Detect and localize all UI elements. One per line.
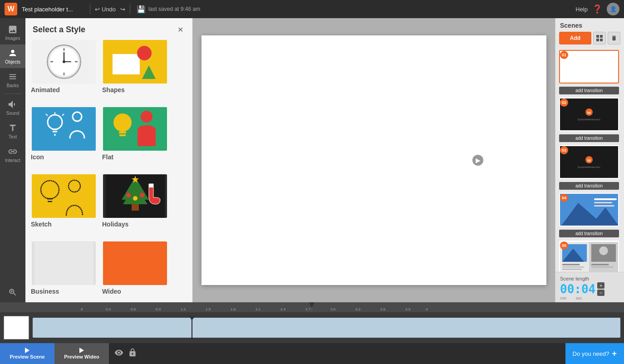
svg-rect-48 <box>600 39 603 41</box>
sidebar-item-backs[interactable]: Backs <box>0 68 25 92</box>
canvas[interactable] <box>201 35 546 285</box>
style-card-sketch[interactable]: Sketch <box>31 173 97 231</box>
preview-scene-button[interactable]: Preview Scene <box>0 343 54 364</box>
sec-label: sec <box>576 296 582 300</box>
scene2-svg: W @yourtwitteraccount <box>578 108 600 121</box>
sidebar-item-text[interactable]: Text <box>0 119 25 143</box>
lock-button[interactable] <box>128 348 137 359</box>
sidebar-item-sound[interactable]: Sound <box>0 96 25 119</box>
style-card-holidays[interactable]: Holidays <box>102 173 168 231</box>
style-card-flat[interactable]: Flat <box>102 106 168 164</box>
ruler-mark-12: 1.2 <box>181 307 186 311</box>
style-card-animated[interactable]: Animated <box>31 39 97 97</box>
style-card-wideo[interactable]: Wideo <box>102 241 168 299</box>
svg-rect-45 <box>596 35 599 38</box>
avatar[interactable]: 👤 <box>607 3 619 15</box>
svg-text:W: W <box>587 158 591 162</box>
do-you-need-plus-icon: + <box>612 349 617 359</box>
scene-transition-area-1: add transition <box>555 87 624 94</box>
ruler-mark-24: 2.4 <box>280 307 285 311</box>
svg-point-28 <box>141 111 152 123</box>
icon-svg <box>34 108 93 151</box>
sidebar-divider <box>4 93 22 94</box>
flat-thumbnail <box>102 106 168 152</box>
svg-point-0 <box>11 50 14 53</box>
style-card-icon[interactable]: Icon <box>31 106 97 164</box>
do-you-need-label: Do you need? <box>573 350 609 357</box>
preview-wideo-button[interactable]: Preview Wideo <box>54 343 109 364</box>
add-transition-button-1[interactable]: add transition <box>559 87 619 94</box>
scenes-list: 01 add transition 02 W @yourtwitteraccou… <box>555 48 624 272</box>
redo-button[interactable]: ↪ <box>120 6 125 13</box>
svg-rect-70 <box>591 266 613 267</box>
style-card-business[interactable]: Business <box>31 241 97 299</box>
sidebar-item-images[interactable]: Images <box>0 21 25 44</box>
shapes-svg <box>106 40 165 84</box>
eye-icon <box>114 348 123 357</box>
next-scene-button[interactable]: ▶ <box>472 155 483 166</box>
scenes-toolbar: Add <box>555 32 624 48</box>
style-row-1: Animated <box>31 39 187 97</box>
help-icon[interactable]: ❓ <box>592 4 602 14</box>
eye-button[interactable] <box>114 348 123 359</box>
panel-close-button[interactable]: ✕ <box>175 25 185 34</box>
do-you-need-button[interactable]: Do you need? + <box>565 343 624 364</box>
text-icon <box>8 123 18 133</box>
add-transition-button-4[interactable]: add transition <box>559 230 619 237</box>
add-scene-button[interactable]: Add <box>559 32 591 44</box>
timeline-track-bar[interactable] <box>33 318 620 338</box>
timeline-playhead-handle[interactable] <box>189 316 195 320</box>
grid-view-button[interactable] <box>593 32 606 44</box>
flat-svg <box>106 108 165 151</box>
scene-item-3: 03 W @yourtwitteraccount <box>555 143 624 181</box>
ruler-mark-09: 0.9 <box>156 307 161 311</box>
save-icon: 💾 <box>137 5 146 14</box>
zoom-controls <box>6 286 19 302</box>
svg-rect-26 <box>119 132 126 133</box>
sidebar-item-interact-label: Interact <box>5 158 20 163</box>
svg-rect-44 <box>106 242 165 285</box>
ruler-mark-15: 1.5 <box>206 307 211 311</box>
preview-scene-play-icon <box>25 348 29 353</box>
animated-label: Animated <box>31 86 97 93</box>
add-transition-button-3[interactable]: add transition <box>559 182 619 190</box>
zoom-in-icon <box>8 288 17 297</box>
style-card-shapes[interactable]: Shapes <box>102 39 168 97</box>
svg-point-9 <box>63 60 65 63</box>
last-saved-label: last saved at 9:46 am <box>148 6 200 12</box>
svg-rect-46 <box>600 35 603 38</box>
delete-scene-button[interactable] <box>608 32 620 44</box>
svg-point-40 <box>140 193 144 197</box>
animated-thumbnail <box>31 39 97 84</box>
scene-preview-1 <box>560 51 618 83</box>
undo-icon: ↩ <box>95 6 100 13</box>
wideo-label: Wideo <box>102 288 168 295</box>
scene-length-time: 00:04 <box>560 283 595 295</box>
backs-icon <box>8 72 18 82</box>
panel-header: Select a Style ✕ <box>25 18 192 39</box>
app-logo: W <box>5 3 17 15</box>
scene-transition-area-3: add transition <box>555 182 624 190</box>
svg-rect-43 <box>34 242 93 285</box>
svg-rect-66 <box>562 269 582 270</box>
sidebar-item-interact[interactable]: Interact <box>0 143 25 167</box>
svg-rect-65 <box>562 266 584 267</box>
timeline-playhead <box>192 316 192 339</box>
add-transition-button-2[interactable]: add transition <box>559 134 619 142</box>
sidebar-item-images-label: Images <box>5 36 20 41</box>
undo-button[interactable]: ↩ Undo <box>95 6 116 13</box>
ruler-mark-33: 3.3 <box>355 307 360 311</box>
zoom-in-button[interactable] <box>6 286 19 299</box>
decrease-length-button[interactable]: − <box>597 290 604 296</box>
flat-label: Flat <box>102 153 168 161</box>
ruler-marks: 0 0.3 0.6 0.9 1.2 1.5 1.8 2.1 2.4 2.7 3.… <box>81 302 624 312</box>
chevron-right-icon: ▶ <box>476 157 481 164</box>
sketch-thumbnail <box>31 173 97 219</box>
sidebar-item-objects[interactable]: Objects <box>0 44 25 68</box>
sound-icon <box>8 99 18 109</box>
icon-label: Icon <box>31 153 97 161</box>
scene-length-section: Scene length 00:04 + − min sec <box>555 272 624 302</box>
shapes-thumbnail <box>102 39 168 84</box>
increase-length-button[interactable]: + <box>597 282 604 289</box>
scene-number-4: 04 <box>560 194 568 202</box>
